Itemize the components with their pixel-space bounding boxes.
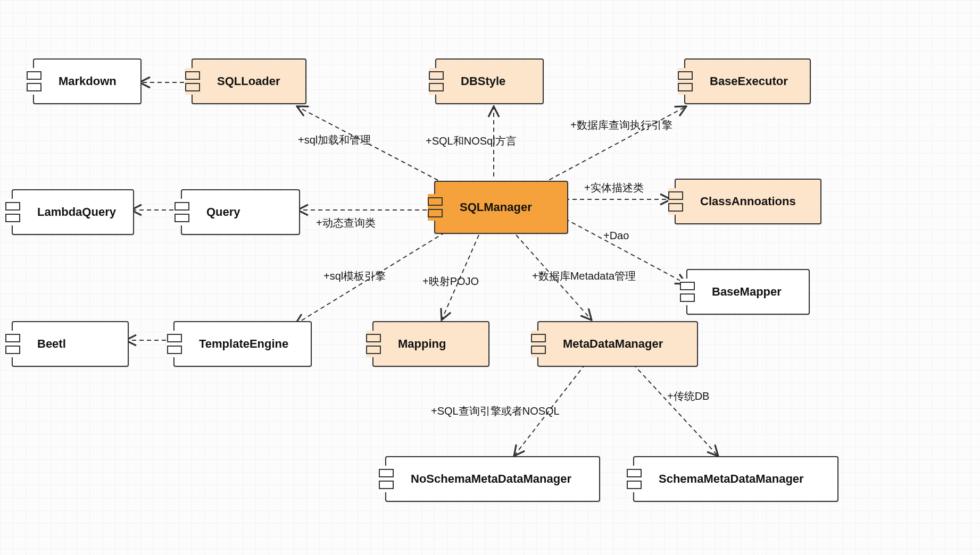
diagram-canvas: Markdown SQLLoader DBStyle BaseExecutor … — [0, 0, 980, 555]
component-sqlloader: SQLLoader — [192, 58, 306, 104]
node-label: NoSchemaMetaDataManager — [411, 472, 594, 486]
edge-label-dialect: +SQL和NOSql方言 — [426, 134, 517, 148]
component-beetl: Beetl — [12, 321, 129, 367]
component-basemapper: BaseMapper — [686, 269, 810, 315]
node-label: LambdaQuery — [37, 205, 128, 219]
node-label: MetaDataManager — [563, 337, 692, 351]
component-query: Query — [181, 189, 300, 235]
node-label: Markdown — [59, 74, 135, 88]
edge-label-metamgmt: +数据库Metadata管理 — [532, 269, 636, 283]
edge-label-dynquery: +动态查询类 — [316, 216, 376, 230]
edge-label-dao: +Dao — [603, 230, 629, 242]
node-label: Query — [206, 205, 294, 219]
node-label: SchemaMetaDataManager — [659, 472, 832, 486]
node-label: SQLLoader — [217, 74, 300, 88]
node-label: SQLManager — [460, 200, 562, 214]
component-schemametadatamanager: SchemaMetaDataManager — [633, 456, 838, 502]
component-sqlmanager: SQLManager — [434, 181, 568, 234]
node-label: Beetl — [37, 337, 122, 351]
node-label: BaseMapper — [712, 285, 803, 299]
component-lambdaquery: LambdaQuery — [12, 189, 134, 235]
component-dbstyle: DBStyle — [435, 58, 544, 104]
component-mapping: Mapping — [372, 321, 489, 367]
node-label: TemplateEngine — [199, 337, 305, 351]
node-label: DBStyle — [461, 74, 537, 88]
edge-label-sqlload: +sql加载和管理 — [298, 133, 371, 147]
component-classannotations: ClassAnnoations — [675, 179, 821, 224]
edge-label-execeng: +数据库查询执行引擎 — [570, 118, 672, 132]
node-label: ClassAnnoations — [700, 195, 815, 208]
edge-label-tmpl: +sql模板引擎 — [323, 269, 386, 283]
edge-label-tradb: +传统DB — [667, 389, 709, 403]
svg-line-13 — [633, 364, 718, 456]
component-baseexecutor: BaseExecutor — [684, 58, 811, 104]
component-markdown: Markdown — [33, 58, 142, 104]
node-label: Mapping — [398, 337, 483, 351]
component-templateengine: TemplateEngine — [173, 321, 312, 367]
edge-label-mappojo: +映射POJO — [422, 274, 479, 289]
edge-label-nosql: +SQL查询引擎或者NOSQL — [431, 404, 560, 418]
node-label: BaseExecutor — [710, 74, 804, 88]
component-noschemametadatamanager: NoSchemaMetaDataManager — [385, 456, 600, 502]
component-metadatamanager: MetaDataManager — [537, 321, 698, 367]
edge-label-entity: +实体描述类 — [584, 181, 644, 195]
